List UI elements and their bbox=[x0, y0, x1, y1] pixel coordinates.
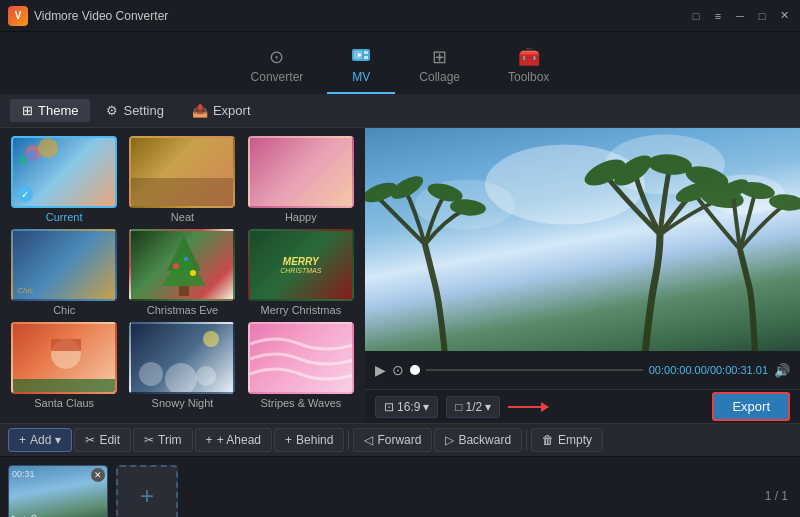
theme-tab-label: Theme bbox=[38, 103, 78, 118]
svg-point-20 bbox=[139, 362, 163, 386]
theme-grid: ✓ Current Neat bbox=[8, 136, 357, 409]
theme-thumb-snowy-night bbox=[129, 322, 235, 394]
forward-label: Forward bbox=[377, 433, 421, 447]
quality-dropdown-icon: ▾ bbox=[485, 400, 491, 414]
svg-point-6 bbox=[38, 138, 58, 158]
progress-dot bbox=[410, 365, 420, 375]
edit-button[interactable]: ✂ Edit bbox=[74, 428, 131, 452]
svg-point-21 bbox=[165, 363, 197, 394]
bottom-toolbar: + Add ▾ ✂ Edit ✂ Trim + + Ahead + Behind… bbox=[0, 423, 800, 457]
svg-rect-9 bbox=[131, 178, 235, 208]
minimize-button[interactable]: ─ bbox=[732, 8, 748, 24]
maximize-button[interactable]: □ bbox=[754, 8, 770, 24]
close-button[interactable]: ✕ bbox=[776, 8, 792, 24]
page-indicator: 1 / 1 bbox=[765, 489, 788, 503]
theme-merry-christmas[interactable]: MERRY CHRISTMAS Merry Christmas bbox=[245, 229, 357, 316]
quality-value: 1/2 bbox=[466, 400, 483, 414]
theme-snowy-night[interactable]: Snowy Night bbox=[126, 322, 238, 409]
nav-mv-label: MV bbox=[352, 70, 370, 84]
theme-stripes-waves[interactable]: Stripes & Waves bbox=[245, 322, 357, 409]
theme-thumb-chic: Chic bbox=[11, 229, 117, 301]
backward-button[interactable]: ▷ Backward bbox=[434, 428, 522, 452]
theme-thumb-current: ✓ bbox=[11, 136, 117, 208]
svg-rect-16 bbox=[13, 379, 117, 394]
forward-button[interactable]: ◁ Forward bbox=[353, 428, 432, 452]
ahead-button[interactable]: + + Ahead bbox=[195, 428, 272, 452]
behind-button[interactable]: + Behind bbox=[274, 428, 344, 452]
nav-collage-label: Collage bbox=[419, 70, 460, 84]
progress-bar[interactable] bbox=[426, 369, 643, 371]
theme-current[interactable]: ✓ Current bbox=[8, 136, 120, 223]
forward-icon: ◁ bbox=[364, 433, 373, 447]
theme-thumb-stripes-waves bbox=[248, 322, 354, 394]
svg-rect-12 bbox=[179, 286, 189, 296]
nav-converter-label: Converter bbox=[251, 70, 304, 84]
theme-santa-claus[interactable]: Santa Claus bbox=[8, 322, 120, 409]
timeline-duration: 00:31 bbox=[12, 469, 35, 479]
stop-button[interactable]: ⊙ bbox=[392, 362, 404, 378]
theme-label-stripes-waves: Stripes & Waves bbox=[260, 397, 341, 409]
add-icon: + bbox=[19, 433, 26, 447]
timeline-settings-icon: ⚙ bbox=[30, 513, 38, 517]
video-options: ⊡ 16:9 ▾ □ 1/2 ▾ Export bbox=[365, 389, 800, 423]
add-button[interactable]: + Add ▾ bbox=[8, 428, 72, 452]
tab-export[interactable]: 📤 Export bbox=[180, 99, 263, 122]
theme-thumb-santa-claus bbox=[11, 322, 117, 394]
add-label: Add bbox=[30, 433, 51, 447]
menu-icon[interactable]: ≡ bbox=[710, 8, 726, 24]
theme-neat[interactable]: Neat bbox=[126, 136, 238, 223]
top-nav: ⊙ Converter MV ⊞ Collage 🧰 Toolbox bbox=[0, 32, 800, 94]
svg-point-13 bbox=[173, 263, 179, 269]
chat-icon[interactable]: □ bbox=[688, 8, 704, 24]
add-clip-button[interactable]: + bbox=[116, 465, 178, 517]
svg-rect-3 bbox=[364, 51, 368, 54]
ratio-selector[interactable]: ⊡ 16:9 ▾ bbox=[375, 396, 438, 418]
theme-label-neat: Neat bbox=[171, 211, 194, 223]
setting-tab-icon: ⚙ bbox=[106, 103, 118, 118]
volume-icon[interactable]: 🔊 bbox=[774, 363, 790, 378]
converter-icon: ⊙ bbox=[269, 48, 284, 66]
setting-tab-label: Setting bbox=[123, 103, 163, 118]
theme-label-santa-claus: Santa Claus bbox=[34, 397, 94, 409]
theme-christmas-eve[interactable]: Christmas Eve bbox=[126, 229, 238, 316]
timeline-close-button[interactable]: ✕ bbox=[91, 468, 105, 482]
export-arrow bbox=[508, 406, 548, 408]
tab-theme[interactable]: ⊞ Theme bbox=[10, 99, 90, 122]
main-content: ✓ Current Neat bbox=[0, 128, 800, 423]
quality-selector[interactable]: □ 1/2 ▾ bbox=[446, 396, 500, 418]
separator bbox=[348, 430, 349, 450]
timeline-audio-icon: ♪ bbox=[22, 513, 27, 517]
nav-converter[interactable]: ⊙ Converter bbox=[227, 42, 328, 94]
svg-point-22 bbox=[196, 366, 216, 386]
export-button[interactable]: Export bbox=[712, 392, 790, 421]
play-button[interactable]: ▶ bbox=[375, 362, 386, 378]
nav-toolbox[interactable]: 🧰 Toolbox bbox=[484, 42, 573, 94]
progress-area bbox=[410, 365, 643, 375]
app-title: Vidmore Video Converter bbox=[34, 9, 168, 23]
tab-setting[interactable]: ⚙ Setting bbox=[94, 99, 175, 122]
theme-happy[interactable]: Happy bbox=[245, 136, 357, 223]
nav-collage[interactable]: ⊞ Collage bbox=[395, 42, 484, 94]
mv-icon bbox=[351, 47, 371, 66]
nav-mv[interactable]: MV bbox=[327, 41, 395, 94]
collage-icon: ⊞ bbox=[432, 48, 447, 66]
sub-toolbar: ⊞ Theme ⚙ Setting 📤 Export bbox=[0, 94, 800, 128]
trim-button[interactable]: ✂ Trim bbox=[133, 428, 193, 452]
svg-point-8 bbox=[19, 156, 27, 164]
theme-thumb-neat bbox=[129, 136, 235, 208]
empty-icon: 🗑 bbox=[542, 433, 554, 447]
svg-point-15 bbox=[184, 257, 188, 261]
timeline-clip[interactable]: ✕ 00:31 ▶ ♪ ⚙ bbox=[8, 465, 108, 517]
ratio-dropdown-icon: ▾ bbox=[423, 400, 429, 414]
theme-label-merry-christmas: Merry Christmas bbox=[260, 304, 341, 316]
theme-chic[interactable]: Chic Chic bbox=[8, 229, 120, 316]
edit-icon: ✂ bbox=[85, 433, 95, 447]
empty-button[interactable]: 🗑 Empty bbox=[531, 428, 603, 452]
video-controls: ▶ ⊙ 00:00:00.00/00:00:31.01 🔊 bbox=[365, 351, 800, 389]
ratio-value: 16:9 bbox=[397, 400, 420, 414]
theme-label-current: Current bbox=[46, 211, 83, 223]
title-bar-left: V Vidmore Video Converter bbox=[8, 6, 168, 26]
app-logo: V bbox=[8, 6, 28, 26]
add-dropdown-icon: ▾ bbox=[55, 433, 61, 447]
trim-icon: ✂ bbox=[144, 433, 154, 447]
